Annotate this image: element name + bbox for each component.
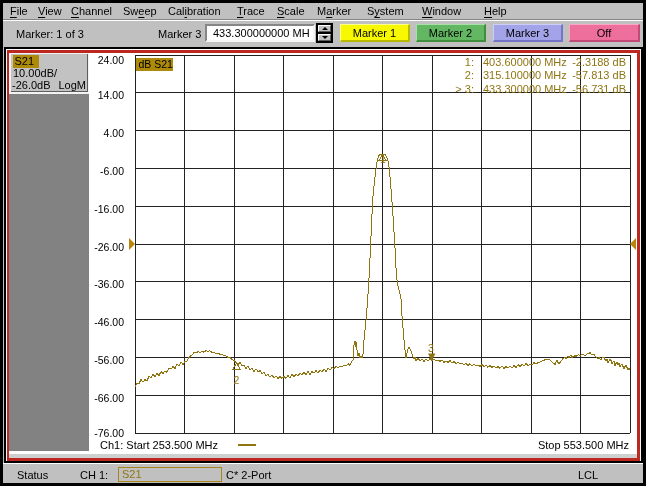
svg-text:4.00: 4.00 bbox=[104, 127, 125, 139]
svg-text:1:: 1: bbox=[465, 56, 474, 68]
svg-text:2: 2 bbox=[234, 374, 240, 386]
svg-text:24.00: 24.00 bbox=[98, 54, 124, 66]
svg-text:-36.00: -36.00 bbox=[94, 278, 124, 290]
svg-text:-6.00: -6.00 bbox=[100, 165, 124, 177]
svg-text:S21: S21 bbox=[15, 55, 35, 67]
svg-text:Stop 553.500 MHz: Stop 553.500 MHz bbox=[538, 439, 629, 451]
svg-text:-56.00: -56.00 bbox=[94, 354, 124, 366]
svg-text:3: 3 bbox=[428, 342, 434, 354]
svg-text:> 3:: > 3: bbox=[455, 83, 474, 95]
svg-text:-57.813 dB: -57.813 dB bbox=[572, 69, 626, 81]
svg-text:14.00: 14.00 bbox=[98, 89, 124, 101]
svg-text:315.100000 MHz: 315.100000 MHz bbox=[483, 69, 567, 81]
svg-text:403.600000 MHz: 403.600000 MHz bbox=[483, 56, 567, 68]
svg-text:-26.00: -26.00 bbox=[94, 241, 124, 253]
svg-text:2:: 2: bbox=[465, 69, 474, 81]
svg-text:-26.0dB: -26.0dB bbox=[12, 79, 51, 91]
svg-text:-16.00: -16.00 bbox=[94, 203, 124, 215]
svg-text:-2.3188 dB: -2.3188 dB bbox=[572, 56, 626, 68]
svg-text:-46.00: -46.00 bbox=[94, 316, 124, 328]
svg-text:10.00dB/: 10.00dB/ bbox=[13, 67, 58, 79]
svg-text:-66.00: -66.00 bbox=[94, 392, 124, 404]
svg-text:LogM: LogM bbox=[58, 79, 86, 91]
svg-text:433.300000 MHz: 433.300000 MHz bbox=[483, 83, 567, 95]
svg-text:dB S21: dB S21 bbox=[139, 58, 174, 70]
svg-text:-76.00: -76.00 bbox=[94, 427, 124, 439]
svg-text:Ch1: Start 253.500 MHz: Ch1: Start 253.500 MHz bbox=[100, 439, 218, 451]
svg-text:-56.731 dB: -56.731 dB bbox=[572, 83, 626, 95]
svg-text:1: 1 bbox=[380, 153, 386, 165]
